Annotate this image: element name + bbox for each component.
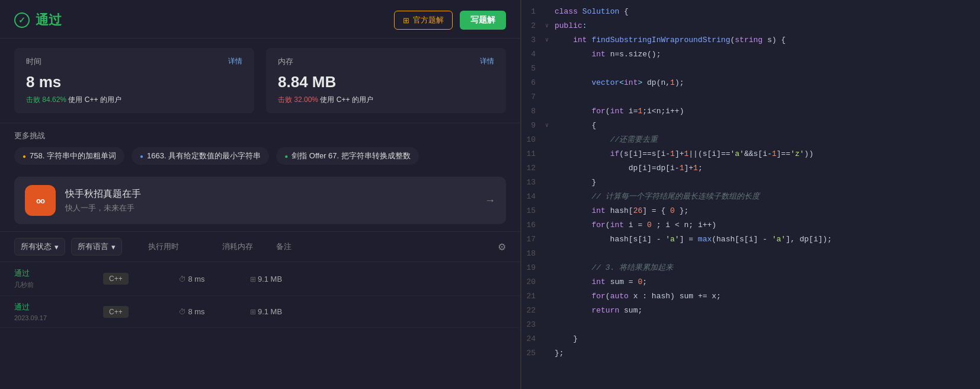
sub-lang-1: C++ <box>103 306 150 318</box>
code-line-18: 18 <box>521 247 980 261</box>
sub-time-1: ⏱8 ms <box>156 307 228 316</box>
code-line-11: 11 if(s[i]==s[i-1]+1||(s[i]=='a'&&s[i-1]… <box>521 147 980 161</box>
dot-icon-2: ● <box>284 153 288 160</box>
code-line-6: 6 vector<int> dp(n,1); <box>521 76 980 90</box>
mem-icon-1: ⊞ <box>250 308 256 316</box>
code-line-9: 9 ∨ { <box>521 119 980 133</box>
mem-stat-card: 内存 详情 8.84 MB 击败 32.00% 使用 C++ 的用户 <box>266 48 506 113</box>
header-buttons: ⊞ 官方题解 写题解 <box>394 11 506 30</box>
mem-detail-link[interactable]: 详情 <box>480 56 494 67</box>
official-icon: ⊞ <box>403 16 409 25</box>
sub-mem-1: ⊞9.1 MB <box>233 307 299 316</box>
sub-status-1: 通过 2023.09.17 <box>14 302 97 321</box>
code-line-8: 8 for(int i=1;i<n;i++) <box>521 104 980 119</box>
mem-card-title: 内存 详情 <box>278 56 494 67</box>
code-line-7: 7 <box>521 90 980 104</box>
code-line-1: 1 class Solution { <box>521 5 980 19</box>
code-line-21: 21 for(auto x : hash) sum += x; <box>521 289 980 304</box>
sub-lang-0: C++ <box>103 273 150 285</box>
challenge-label-2: 剑指 Offer 67. 把字符串转换成整数 <box>292 151 411 161</box>
code-line-16: 16 for(int i = 0 ; i < n; i++) <box>521 218 980 232</box>
note-col-header: 备注 <box>276 241 335 252</box>
mem-sub: 击败 32.00% 使用 C++ 的用户 <box>278 95 494 105</box>
pass-text: 通过 <box>36 11 62 29</box>
code-line-17: 17 hash[s[i] - 'a'] = max(hash[s[i] - 'a… <box>521 232 980 247</box>
table-row: 通过 几秒前 C++ ⏱8 ms ⊞9.1 MB <box>0 262 520 296</box>
dot-icon-0: ● <box>23 153 26 160</box>
write-solution-button[interactable]: 写题解 <box>460 11 506 30</box>
ad-banner[interactable]: oo 快手秋招真题在手 快人一手，未来在手 → <box>14 177 506 224</box>
status-filter-button[interactable]: 所有状态 ▾ <box>14 238 65 256</box>
table-row: 通过 2023.09.17 C++ ⏱8 ms ⊞9.1 MB <box>0 296 520 328</box>
sub-time-0: ⏱8 ms <box>156 275 228 283</box>
code-line-14: 14 // 计算每一个字符结尾的最长连续子数组的长度 <box>521 190 980 204</box>
official-solution-button[interactable]: ⊞ 官方题解 <box>394 11 453 30</box>
time-card-title: 时间 详情 <box>26 56 242 67</box>
code-line-13: 13 } <box>521 176 980 190</box>
code-line-19: 19 // 3. 将结果累加起来 <box>521 261 980 275</box>
code-line-20: 20 int sum = 0; <box>521 275 980 289</box>
time-col-header: 执行用时 <box>128 241 199 252</box>
result-header: ✓ 通过 ⊞ 官方题解 写题解 <box>0 0 520 39</box>
challenge-tag-0[interactable]: ● 758. 字符串中的加粗单词 <box>14 147 124 165</box>
challenges-title: 更多挑战 <box>14 130 506 141</box>
mem-col-header: 消耗内存 <box>205 241 270 252</box>
code-line-4: 4 int n=s.size(); <box>521 47 980 62</box>
stats-row: 时间 详情 8 ms 击败 84.62% (function(){ const … <box>0 39 520 123</box>
chevron-down-icon-2: ▾ <box>111 243 116 251</box>
time-detail-link[interactable]: 详情 <box>228 56 242 67</box>
challenge-tag-2[interactable]: ● 剑指 Offer 67. 把字符串转换成整数 <box>276 147 419 165</box>
challenge-tag-1[interactable]: ● 1663. 具有给定数值的最小字符串 <box>132 147 269 165</box>
ad-text: 快手秋招真题在手 快人一手，未来在手 <box>65 188 475 213</box>
chevron-down-icon: ▾ <box>55 243 59 251</box>
pass-link-1[interactable]: 通过 <box>14 302 97 313</box>
settings-icon[interactable]: ⚙ <box>498 241 506 253</box>
challenge-label-1: 1663. 具有给定数值的最小字符串 <box>147 151 261 161</box>
code-line-12: 12 dp[i]=dp[i-1]+1; <box>521 161 980 176</box>
time-sub: 击败 84.62% (function(){ const data = JSON… <box>26 95 242 105</box>
code-line-3: 3 ∨ int findSubstringInWraproundString(s… <box>521 33 980 47</box>
code-editor-panel: 1 class Solution { 2 ∨ public: 3 ∨ int f… <box>521 0 980 389</box>
lang-tag-1: C++ <box>103 306 129 318</box>
clock-icon-0: ⏱ <box>179 275 186 283</box>
code-line-2: 2 ∨ public: <box>521 19 980 33</box>
code-line-10: 10 //还需要去重 <box>521 133 980 147</box>
ad-arrow-icon: → <box>485 194 495 207</box>
sub-status-0: 通过 几秒前 <box>14 268 97 289</box>
left-panel: ✓ 通过 ⊞ 官方题解 写题解 时间 详情 8 ms 击败 84.62% (fu… <box>0 0 521 389</box>
time-ago-0: 几秒前 <box>14 280 97 289</box>
code-line-22: 22 return sum; <box>521 304 980 318</box>
code-area[interactable]: 1 class Solution { 2 ∨ public: 3 ∨ int f… <box>521 0 980 389</box>
table-header: 所有状态 ▾ 所有语言 ▾ 执行用时 消耗内存 备注 ⚙ <box>0 231 520 262</box>
pass-link-0[interactable]: 通过 <box>14 268 97 279</box>
time-stat-card: 时间 详情 8 ms 击败 84.62% (function(){ const … <box>14 48 254 113</box>
mem-percent: 击败 32.00% <box>278 95 318 104</box>
submissions-list: 通过 几秒前 C++ ⏱8 ms ⊞9.1 MB 通过 2023.09.17 C… <box>0 262 520 389</box>
ad-title: 快手秋招真题在手 <box>65 188 475 200</box>
ad-icon: oo <box>25 185 56 216</box>
code-line-5: 5 <box>521 62 980 76</box>
mem-value: 8.84 MB <box>278 73 494 91</box>
check-icon: ✓ <box>14 12 30 28</box>
ad-subtitle: 快人一手，未来在手 <box>65 203 475 213</box>
code-line-15: 15 int hash[26] = { 0 }; <box>521 204 980 218</box>
code-line-25: 25 }; <box>521 346 980 361</box>
more-challenges: 更多挑战 ● 758. 字符串中的加粗单词 ● 1663. 具有给定数值的最小字… <box>0 123 520 170</box>
time-sub-suffix: 使用 C++ 的用户 <box>68 95 121 104</box>
clock-icon-1: ⏱ <box>179 308 186 316</box>
lang-tag-0: C++ <box>103 273 129 285</box>
dot-icon-1: ● <box>140 153 143 160</box>
mem-sub-suffix: 使用 C++ 的用户 <box>320 95 373 104</box>
code-line-23: 23 <box>521 318 980 332</box>
mem-icon-0: ⊞ <box>250 275 256 283</box>
sub-mem-0: ⊞9.1 MB <box>233 275 299 283</box>
code-line-24: 24 } <box>521 332 980 346</box>
time-value: 8 ms <box>26 73 242 91</box>
challenge-tags: ● 758. 字符串中的加粗单词 ● 1663. 具有给定数值的最小字符串 ● … <box>14 147 506 165</box>
challenge-label-0: 758. 字符串中的加粗单词 <box>30 151 116 161</box>
lang-filter-button[interactable]: 所有语言 ▾ <box>71 238 122 256</box>
pass-label: ✓ 通过 <box>14 11 62 29</box>
time-percent: 击败 84.62% <box>26 95 66 104</box>
time-ago-1: 2023.09.17 <box>14 314 97 321</box>
